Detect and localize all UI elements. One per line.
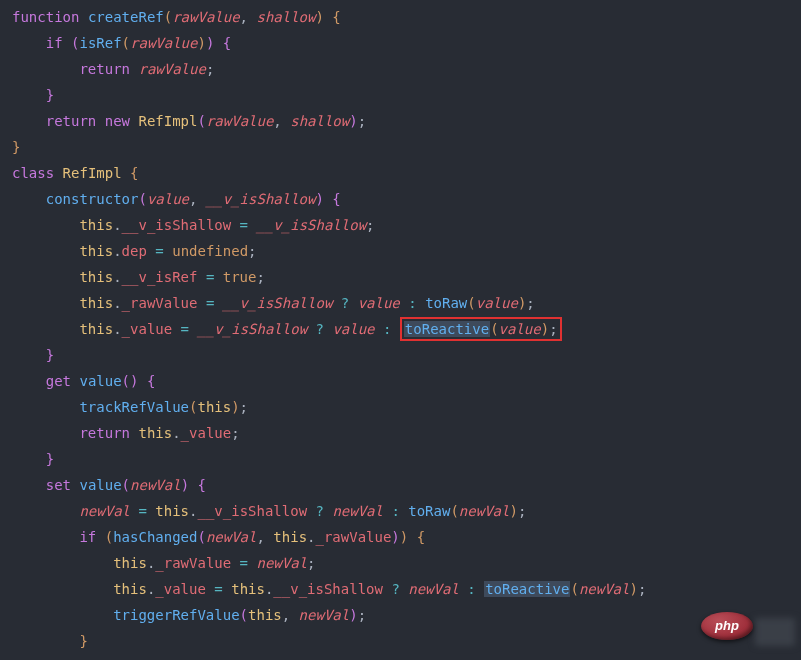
keyword-set: set [46, 477, 71, 493]
getter-value: value [79, 373, 121, 389]
func-createRef: createRef [88, 9, 164, 25]
call-hasChanged: hasChanged [113, 529, 197, 545]
param-rawValue: rawValue [172, 9, 239, 25]
undefined: undefined [172, 243, 248, 259]
keyword-function: function [12, 9, 79, 25]
highlight-box: toReactive(value); [400, 317, 562, 341]
param-shallow: shallow [256, 9, 315, 25]
keyword-get: get [46, 373, 71, 389]
keyword-return: return [79, 61, 130, 77]
keyword-if: if [46, 35, 63, 51]
param-v-is-shallow: __v_isShallow [206, 191, 316, 207]
prop-rawValue: _rawValue [122, 295, 198, 311]
prop-v-isRef: __v_isRef [122, 269, 198, 285]
keyword-class: class [12, 165, 54, 181]
prop-value: _value [122, 321, 173, 337]
constructor: constructor [46, 191, 139, 207]
call-toRaw: toRaw [425, 295, 467, 311]
prop-dep: dep [122, 243, 147, 259]
call-isRef: isRef [79, 35, 121, 51]
keyword-new: new [105, 113, 130, 129]
param-newVal: newVal [130, 477, 181, 493]
call-toReactive: toReactive [404, 321, 490, 337]
call-triggerRefValue: triggerRefValue [113, 607, 239, 623]
prop-v-isShallow: __v_isShallow [122, 217, 232, 233]
call-trackRefValue: trackRefValue [79, 399, 189, 415]
php-badge-icon: php [701, 612, 753, 640]
this: this [79, 217, 113, 233]
setter-value: value [79, 477, 121, 493]
true: true [223, 269, 257, 285]
class-RefImpl: RefImpl [138, 113, 197, 129]
code-block: function createRef(rawValue, shallow) { … [0, 0, 801, 660]
param-value: value [147, 191, 189, 207]
blurred-region [755, 618, 795, 646]
